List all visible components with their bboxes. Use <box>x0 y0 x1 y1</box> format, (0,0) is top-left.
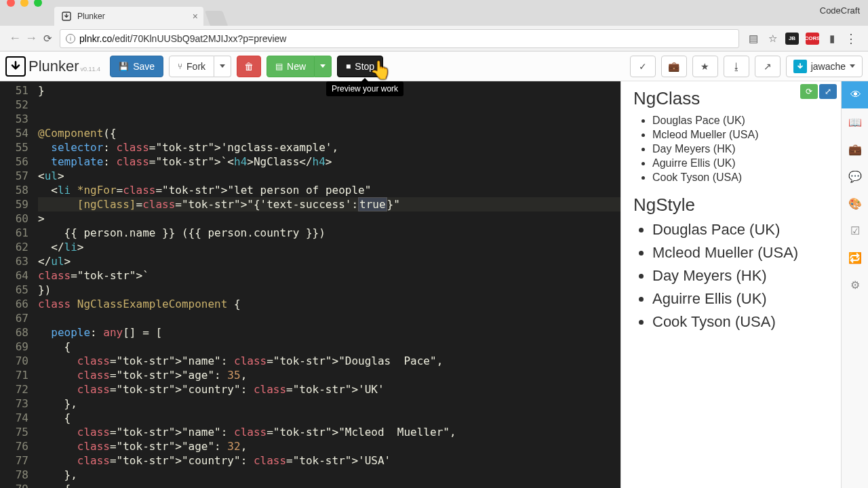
plunker-version: v0.11.4 <box>81 66 101 73</box>
browser-menu-icon[interactable]: ⋮ <box>845 31 857 46</box>
caret-down-icon <box>220 64 225 68</box>
save-icon: 💾 <box>119 62 129 71</box>
user-menu[interactable]: jawache <box>786 56 863 77</box>
sidebar-briefcase-button[interactable]: 💼 <box>842 136 868 163</box>
new-dropdown[interactable] <box>315 56 332 77</box>
external-link-button[interactable]: ↗ <box>755 56 781 77</box>
user-avatar-icon <box>793 60 807 73</box>
sidebar-palette-button[interactable]: 🎨 <box>842 190 868 217</box>
list-item: Day Meyers (HK) <box>652 267 829 285</box>
translate-icon[interactable]: ▤ <box>747 33 760 45</box>
tab-close-icon[interactable]: × <box>193 11 198 22</box>
eye-icon: 👁 <box>850 89 861 101</box>
plunker-logo-icon <box>5 56 26 77</box>
right-sidebar: 👁 📖 💼 💬 🎨 ☑ 🔁 ⚙ <box>841 81 868 488</box>
cursor-pointer-icon: 👆 <box>370 60 391 81</box>
window-minimize-icon[interactable] <box>20 0 28 7</box>
preview-reload-button[interactable]: ⟳ <box>800 84 818 99</box>
fork-button[interactable]: ⑂Fork <box>169 56 214 77</box>
url-text: plnkr.co/edit/70KlnUUSbQ9at2MJIJxx?p=pre… <box>79 33 286 44</box>
window-maximize-icon[interactable] <box>34 0 42 7</box>
nav-back-icon[interactable]: ← <box>7 31 23 45</box>
plunker-favicon-icon <box>61 11 72 22</box>
url-input[interactable]: i plnkr.co/edit/70KlnUUSbQ9at2MJIJxx?p=p… <box>60 29 739 48</box>
retweet-icon: 🔁 <box>848 251 862 264</box>
extension-bar-icon[interactable]: ▮ <box>826 33 838 45</box>
list-item: Mcleod Mueller (USA) <box>652 129 829 141</box>
new-button[interactable]: ▤New <box>267 56 315 77</box>
sidebar-tasks-button[interactable]: ☑ <box>842 217 868 244</box>
browser-tab-title: Plunker <box>77 12 105 21</box>
username-label: jawache <box>811 61 846 72</box>
ngclass-list: Douglas Pace (UK)Mcleod Mueller (USA)Day… <box>633 115 829 184</box>
download-icon: ⭳ <box>732 61 741 72</box>
caret-down-icon <box>320 64 326 68</box>
plunker-logo[interactable]: Plunker v0.11.4 <box>5 56 100 77</box>
briefcase-button[interactable]: 💼 <box>661 56 687 77</box>
app-header: Plunker v0.11.4 💾Save ⑂Fork 🗑 ▤New ■Stop… <box>0 52 868 81</box>
sidebar-settings-button[interactable]: ⚙ <box>842 271 868 298</box>
bookmark-star-icon[interactable]: ☆ <box>766 33 778 45</box>
external-link-icon: ↗ <box>764 61 772 72</box>
editor-code[interactable]: } @Component({ selector: class="tok-str"… <box>35 81 620 488</box>
delete-button[interactable]: 🗑 <box>237 56 261 77</box>
nav-forward-icon: → <box>23 31 39 45</box>
list-item: Cook Tyson (USA) <box>652 313 829 331</box>
save-button[interactable]: 💾Save <box>110 56 163 77</box>
sidebar-docs-button[interactable]: 📖 <box>842 108 868 136</box>
list-item: Douglas Pace (UK) <box>652 115 829 127</box>
star-button[interactable]: ★ <box>692 56 718 77</box>
browser-tab[interactable]: Plunker × <box>54 7 203 26</box>
briefcase-icon: 💼 <box>668 61 679 72</box>
file-icon: ▤ <box>275 62 283 71</box>
list-item: Cook Tyson (USA) <box>652 171 829 184</box>
sidebar-preview-button[interactable]: 👁 <box>842 81 868 108</box>
plunker-logo-text: Plunker <box>28 58 79 75</box>
extension-dark-icon[interactable]: JB <box>785 33 799 45</box>
star-icon: ★ <box>701 61 709 72</box>
preview-expand-button[interactable]: ⤢ <box>819 84 837 99</box>
preview-heading-ngstyle: NgStyle <box>633 195 829 216</box>
list-item: Day Meyers (HK) <box>652 143 829 155</box>
preview-pane: ⟳ ⤢ NgClass Douglas Pace (UK)Mcleod Muel… <box>620 81 841 488</box>
briefcase-icon: 💼 <box>848 143 862 156</box>
fork-dropdown[interactable] <box>214 56 231 77</box>
new-tab-button[interactable] <box>205 11 228 26</box>
expand-icon: ⤢ <box>825 87 831 96</box>
list-item: Aguirre Ellis (UK) <box>652 290 829 308</box>
extension-cors-icon[interactable]: CORS <box>806 33 819 45</box>
site-info-icon[interactable]: i <box>66 34 75 43</box>
code-editor[interactable]: 5152535455565758596061626364656667686970… <box>0 81 620 488</box>
book-icon: 📖 <box>848 116 862 129</box>
stop-tooltip: Preview your work <box>326 81 403 96</box>
check-square-icon: ☑ <box>850 224 860 237</box>
check-icon: ✓ <box>639 61 647 72</box>
download-button[interactable]: ⭳ <box>724 56 749 77</box>
ngstyle-list: Douglas Pace (UK)Mcleod Mueller (USA)Day… <box>633 221 829 331</box>
list-item: Aguirre Ellis (UK) <box>652 157 829 169</box>
preview-heading-ngclass: NgClass <box>633 88 829 109</box>
nav-reload-icon[interactable]: ⟳ <box>39 33 56 45</box>
window-close-icon[interactable] <box>7 0 15 7</box>
list-item: Douglas Pace (UK) <box>652 221 829 239</box>
trash-icon: 🗑 <box>244 61 254 72</box>
list-item: Mcleod Mueller (USA) <box>652 244 829 262</box>
sidebar-retweet-button[interactable]: 🔁 <box>842 244 868 271</box>
gear-icon: ⚙ <box>850 279 860 291</box>
stop-icon: ■ <box>346 62 351 71</box>
editor-gutter: 5152535455565758596061626364656667686970… <box>0 81 35 488</box>
comments-icon: 💬 <box>848 170 862 183</box>
check-button[interactable]: ✓ <box>630 56 656 77</box>
fork-icon: ⑂ <box>178 62 182 71</box>
refresh-icon: ⟳ <box>806 87 812 96</box>
codecraft-label: CodeCraft <box>820 5 860 16</box>
caret-down-icon <box>850 64 855 68</box>
sidebar-comments-button[interactable]: 💬 <box>842 163 868 190</box>
palette-icon: 🎨 <box>848 197 862 210</box>
